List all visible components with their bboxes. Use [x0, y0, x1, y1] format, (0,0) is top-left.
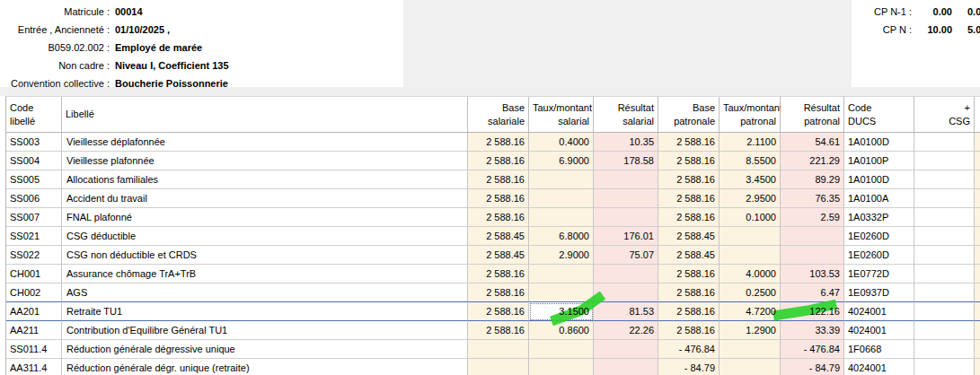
- table-row-AA211[interactable]: AA211Contribution d'Equilibre Général TU…: [6, 321, 980, 340]
- cell-SS021-base_pat[interactable]: 2 588.45: [658, 227, 720, 246]
- cell-CH001-ducs[interactable]: 1E0772D: [844, 265, 914, 283]
- cell-SS005-libelle[interactable]: Allocations familiales: [62, 170, 468, 189]
- cell-SS003-csg[interactable]: [914, 133, 975, 152]
- cell-AA201-res_pat[interactable]: 122.16: [781, 302, 844, 321]
- cell-SS021-code[interactable]: SS021: [6, 227, 62, 246]
- cell-SS006-res_pat[interactable]: 76.35: [781, 189, 844, 208]
- cell-AA201-ducs[interactable]: 4024001: [844, 302, 914, 321]
- cell-AA211-taux_pat[interactable]: 1.2900: [720, 321, 781, 340]
- cell-SS005-res_sal[interactable]: [594, 170, 658, 189]
- cell-SS003-code[interactable]: SS003: [6, 133, 62, 152]
- cell-CH002-libelle[interactable]: AGS: [62, 283, 468, 302]
- cell-SS003-ducs[interactable]: 1A0100D: [844, 133, 914, 152]
- cell-AA211-res_sal[interactable]: 22.26: [594, 321, 658, 340]
- cell-SS022-taux_sal[interactable]: 2.9000: [529, 246, 594, 265]
- cell-AA211-extra[interactable]: [975, 321, 980, 340]
- cell-AA201-code[interactable]: AA201: [6, 302, 62, 321]
- cell-SS022-csg[interactable]: [914, 246, 975, 265]
- cell-SS022-base_sal[interactable]: 2 588.45: [468, 246, 529, 265]
- cell-AA201-taux_sal[interactable]: 3.1500: [529, 302, 594, 321]
- cell-SS007-base_sal[interactable]: 2 588.16: [468, 208, 529, 227]
- cell-SS021-csg[interactable]: [914, 227, 975, 246]
- cell-AA201-taux_pat[interactable]: 4.7200: [720, 302, 781, 321]
- cell-SS006-base_pat[interactable]: 2 588.16: [658, 189, 720, 208]
- cell-SS021-taux_sal[interactable]: 6.8000: [529, 227, 594, 246]
- table-row-SS022[interactable]: SS022CSG non déductible et CRDS2 588.452…: [6, 246, 980, 265]
- cell-SS011.4-res_sal[interactable]: [594, 340, 658, 359]
- cell-SS007-libelle[interactable]: FNAL plafonné: [62, 208, 468, 227]
- cell-SS005-extra[interactable]: [975, 170, 980, 189]
- cell-SS011.4-taux_pat[interactable]: [720, 340, 781, 359]
- cell-SS007-code[interactable]: SS007: [6, 208, 62, 227]
- cell-AA201-csg[interactable]: [914, 302, 975, 321]
- cell-SS006-res_sal[interactable]: [594, 189, 658, 208]
- cell-CH001-res_sal[interactable]: [594, 265, 658, 283]
- cell-SS004-base_sal[interactable]: 2 588.16: [468, 152, 529, 170]
- cell-AA311.4-taux_sal[interactable]: [529, 359, 594, 375]
- cell-SS004-taux_pat[interactable]: 8.5500: [720, 152, 781, 170]
- cell-SS022-ducs[interactable]: 1E0260D: [844, 246, 914, 265]
- cell-SS007-res_sal[interactable]: [594, 208, 658, 227]
- cell-AA311.4-libelle[interactable]: Réduction générale dégr. unique (retrait…: [62, 359, 468, 375]
- table-row-SS004[interactable]: SS004Vieillesse plafonnée2 588.166.90001…: [6, 152, 980, 170]
- cell-SS003-res_pat[interactable]: 54.61: [781, 133, 844, 152]
- cell-SS004-csg[interactable]: [914, 152, 975, 170]
- cell-SS005-csg[interactable]: [914, 170, 975, 189]
- cell-SS011.4-taux_sal[interactable]: [529, 340, 594, 359]
- cell-SS005-code[interactable]: SS005: [6, 170, 62, 189]
- cell-SS022-res_sal[interactable]: 75.07: [594, 246, 658, 265]
- cell-SS003-base_sal[interactable]: 2 588.16: [468, 133, 529, 152]
- cell-CH002-csg[interactable]: [914, 283, 975, 302]
- cell-SS006-base_sal[interactable]: 2 588.16: [468, 189, 529, 208]
- cell-SS003-res_sal[interactable]: 10.35: [594, 133, 658, 152]
- cell-SS022-res_pat[interactable]: [781, 246, 844, 265]
- cell-AA311.4-code[interactable]: AA311.4: [6, 359, 62, 375]
- cell-SS004-libelle[interactable]: Vieillesse plafonnée: [62, 152, 468, 170]
- cell-CH001-base_sal[interactable]: 2 588.16: [468, 265, 529, 283]
- cell-SS011.4-ducs[interactable]: 1F0668: [844, 340, 914, 359]
- cell-CH001-libelle[interactable]: Assurance chômage TrA+TrB: [62, 265, 468, 283]
- cell-SS003-libelle[interactable]: Vieillesse déplafonnée: [62, 133, 468, 152]
- cell-CH001-code[interactable]: CH001: [6, 265, 62, 283]
- cell-AA201-base_pat[interactable]: 2 588.16: [658, 302, 720, 321]
- cell-SS022-libelle[interactable]: CSG non déductible et CRDS: [62, 246, 468, 265]
- table-row-SS011.4[interactable]: SS011.4Réduction générale dégressive uni…: [6, 340, 980, 359]
- cell-CH002-ducs[interactable]: 1E0937D: [844, 283, 914, 302]
- cell-CH001-taux_pat[interactable]: 4.0000: [720, 265, 781, 283]
- cell-SS022-extra[interactable]: [975, 246, 980, 265]
- cell-AA211-base_pat[interactable]: 2 588.16: [658, 321, 720, 340]
- cell-SS006-libelle[interactable]: Accident du travail: [62, 189, 468, 208]
- table-row-SS003[interactable]: SS003Vieillesse déplafonnée2 588.160.400…: [6, 133, 980, 152]
- cell-SS005-res_pat[interactable]: 89.29: [781, 170, 844, 189]
- cell-CH002-base_sal[interactable]: 2 588.16: [468, 283, 529, 302]
- cell-AA311.4-csg[interactable]: [914, 359, 975, 375]
- cell-CH002-res_sal[interactable]: [594, 283, 658, 302]
- cell-SS011.4-code[interactable]: SS011.4: [6, 340, 62, 359]
- cell-CH001-taux_sal[interactable]: [529, 265, 594, 283]
- cell-SS007-ducs[interactable]: 1A0332P: [844, 208, 914, 227]
- cell-CH001-extra[interactable]: [975, 265, 980, 283]
- cell-AA311.4-base_pat[interactable]: - 84.79: [658, 359, 720, 375]
- cell-SS005-taux_pat[interactable]: 3.4500: [720, 170, 781, 189]
- cell-SS007-res_pat[interactable]: 2.59: [781, 208, 844, 227]
- cell-AA211-ducs[interactable]: 4024001: [844, 321, 914, 340]
- cell-CH001-csg[interactable]: [914, 265, 975, 283]
- table-row-AA311.4[interactable]: AA311.4Réduction générale dégr. unique (…: [6, 359, 980, 375]
- cell-AA211-res_pat[interactable]: 33.39: [781, 321, 844, 340]
- cell-SS007-csg[interactable]: [914, 208, 975, 227]
- cell-SS003-extra[interactable]: [975, 133, 980, 152]
- cell-SS005-taux_sal[interactable]: [529, 170, 594, 189]
- cell-SS005-base_sal[interactable]: 2 588.16: [468, 170, 529, 189]
- cell-SS021-extra[interactable]: [975, 227, 980, 246]
- cell-AA211-code[interactable]: AA211: [6, 321, 62, 340]
- cell-AA211-csg[interactable]: [914, 321, 975, 340]
- cell-SS003-taux_sal[interactable]: 0.4000: [529, 133, 594, 152]
- cell-AA311.4-taux_pat[interactable]: [720, 359, 781, 375]
- cell-SS011.4-base_pat[interactable]: - 476.84: [658, 340, 720, 359]
- cell-SS005-base_pat[interactable]: 2 588.16: [658, 170, 720, 189]
- cell-SS006-csg[interactable]: [914, 189, 975, 208]
- cell-SS021-res_sal[interactable]: 176.01: [594, 227, 658, 246]
- cell-SS011.4-base_sal[interactable]: [468, 340, 529, 359]
- cell-SS003-taux_pat[interactable]: 2.1100: [720, 133, 781, 152]
- cell-AA311.4-res_sal[interactable]: [594, 359, 658, 375]
